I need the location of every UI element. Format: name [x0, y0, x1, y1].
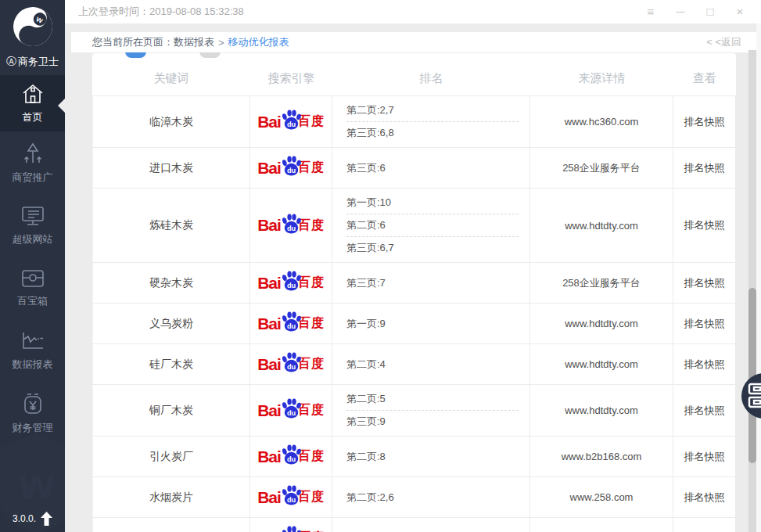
ranking-entry: 第二页:4: [346, 354, 519, 376]
keyword-cell: 水烟炭片: [92, 477, 250, 517]
window-close-icon[interactable]: ×: [725, 0, 755, 23]
table-row: 水烟炭片 Bai du 百度 第二页:2,6 www.258.com: [92, 477, 736, 518]
source-cell: www.hdtdty.com: [530, 344, 673, 384]
baidu-logo-cn-text: 百度: [298, 489, 325, 505]
brand-name: Ⓐ商务卫士: [0, 55, 65, 69]
version-label: 3.0.0.: [13, 513, 36, 524]
table-row: 进口木炭 Bai du 百度 第三页:6 258企业服务平台: [92, 148, 736, 189]
baidu-logo-bai-text: Bai: [257, 274, 281, 293]
brand-badge-icon: Ⓐ: [6, 56, 16, 67]
keyword-cell: 工业木炭: [92, 518, 250, 532]
baidu-logo: Bai du 百度: [257, 111, 325, 132]
report-card: 关键词 搜索引擎 排名 来源详情 查看 临漳木炭 Bai du: [92, 53, 736, 532]
sidebar: w Ⓐ商务卫士 首页 商贸推广: [0, 0, 65, 532]
sidebar-item-data-reports[interactable]: 数据报表: [0, 319, 65, 382]
window-edge: [756, 23, 761, 532]
column-header-engine: 搜索引擎: [250, 71, 332, 86]
view-cell: 排名快照: [673, 477, 736, 517]
baidu-logo: Bai du 百度: [257, 400, 325, 421]
svg-text:du: du: [287, 167, 296, 174]
breadcrumb: 您当前所在页面：数据报表 > 移动优化报表 < <返回: [71, 32, 761, 52]
ranking-cell: 第三页:7: [332, 263, 530, 303]
svg-text:du: du: [287, 455, 296, 463]
ranking-snapshot-link[interactable]: 排名快照: [684, 358, 725, 372]
baidu-logo-cn-text: 百度: [298, 160, 325, 176]
baidu-paw-icon: du: [281, 398, 302, 419]
sidebar-item-label: 超级网站: [13, 232, 53, 246]
baidu-logo-cn-text: 百度: [298, 356, 325, 372]
ranking-snapshot-link[interactable]: 排名快照: [684, 450, 725, 464]
view-cell: 排名快照: [673, 518, 736, 532]
engine-cell: Bai du 百度: [250, 96, 332, 147]
view-cell: 排名快照: [673, 437, 736, 476]
baidu-logo: Bai du 百度: [257, 527, 325, 532]
ranking-snapshot-link[interactable]: 排名快照: [684, 161, 725, 175]
engine-cell: Bai du 百度: [250, 263, 332, 303]
baidu-logo: Bai du 百度: [257, 157, 325, 178]
baidu-logo-cn-text: 百度: [298, 113, 325, 130]
engine-cell: Bai du 百度: [250, 189, 332, 262]
table-row: 硬杂木炭 Bai du 百度 第三页:7 258企业服务平台: [92, 263, 736, 304]
table-row: 炼硅木炭 Bai du 百度 第一页:10第二页:6第三页:6,7 www: [92, 189, 736, 263]
engine-cell: Bai du 百度: [250, 477, 332, 517]
source-cell: www.hc360.com: [530, 96, 673, 147]
breadcrumb-current[interactable]: 移动优化报表: [228, 35, 289, 49]
baidu-paw-icon: du: [281, 110, 302, 131]
source-cell: www.hdtdty.com: [530, 518, 673, 532]
window-menu-icon[interactable]: ≡: [636, 0, 666, 23]
breadcrumb-separator: >: [218, 37, 224, 49]
ranking-entry: 第二页:2,7: [346, 99, 519, 121]
back-link[interactable]: < <返回: [706, 35, 741, 49]
baidu-logo: Bai du 百度: [257, 215, 325, 236]
last-login-time: 上次登录时间：2019-08-08 15:32:38: [78, 5, 636, 19]
sidebar-item-trade-promotion[interactable]: 商贸推广: [0, 131, 65, 194]
source-cell: 258企业服务平台: [530, 148, 673, 188]
sidebar-item-home[interactable]: 首页: [0, 75, 65, 131]
qr-float-button[interactable]: [741, 373, 761, 419]
source-cell: www.hdtdty.com: [530, 385, 673, 436]
engine-cell: Bai du 百度: [250, 385, 332, 436]
window-minimize-icon[interactable]: ─: [666, 0, 695, 23]
source-cell: www.258.com: [530, 477, 673, 517]
baidu-logo-bai-text: Bai: [257, 355, 281, 374]
ranking-cell: 第三页:2: [332, 518, 530, 532]
table-row: 引火炭厂 Bai du 百度 第二页:8 www.b2b168.com: [92, 437, 736, 477]
table-row: 义乌炭粉 Bai du 百度 第一页:9 www.hdtdty.com: [92, 304, 736, 344]
svg-text:w: w: [18, 458, 55, 509]
baidu-logo-bai-text: Bai: [257, 488, 281, 507]
window-controls: ≡ ─ □ ×: [636, 0, 755, 23]
table-row: 临漳木炭 Bai du 百度 第二页:2,7第三页:6,8 www.hc3: [92, 96, 736, 148]
ranking-snapshot-link[interactable]: 排名快照: [684, 218, 725, 232]
baidu-logo-cn-text: 百度: [298, 275, 325, 291]
ranking-snapshot-link[interactable]: 排名快照: [684, 317, 725, 331]
update-arrow-icon[interactable]: [41, 512, 52, 526]
ranking-snapshot-link[interactable]: 排名快照: [684, 115, 725, 129]
engine-cell: Bai du 百度: [250, 344, 332, 384]
source-cell: www.hdtdty.com: [530, 189, 673, 262]
keyword-cell: 硬杂木炭: [92, 263, 250, 303]
toolbox-icon: [20, 268, 45, 289]
baidu-logo-cn-text: 百度: [298, 402, 325, 419]
baidu-logo-bai-text: Bai: [257, 315, 281, 333]
baidu-logo-cn-text: 百度: [298, 448, 325, 465]
ranking-cell: 第二页:5第三页:9: [332, 385, 530, 436]
baidu-logo: Bai du 百度: [257, 313, 325, 334]
source-cell: www.hdtdty.com: [530, 304, 673, 343]
svg-text:du: du: [287, 282, 296, 289]
ranking-snapshot-link[interactable]: 排名快照: [684, 276, 725, 290]
promotion-arrows-icon: [21, 142, 45, 165]
sidebar-item-toolbox[interactable]: 百宝箱: [0, 257, 65, 319]
ranking-snapshot-link[interactable]: 排名快照: [684, 404, 725, 418]
ranking-entry: 第三页:6,7: [346, 236, 519, 259]
window-maximize-icon[interactable]: □: [695, 0, 725, 23]
sidebar-item-super-website[interactable]: 超级网站: [0, 194, 65, 257]
ranking-snapshot-link[interactable]: 排名快照: [684, 491, 725, 505]
baidu-paw-icon: du: [281, 444, 302, 466]
ranking-entry: 第三页:6: [346, 157, 519, 179]
baidu-logo-bai-text: Bai: [257, 401, 281, 420]
baidu-logo-cn-text: 百度: [298, 217, 325, 234]
active-caret: [58, 99, 65, 113]
scrollbar-track[interactable]: [748, 50, 756, 532]
version-row: 3.0.0.: [0, 512, 65, 526]
sidebar-item-finance[interactable]: 财务管理: [0, 382, 65, 444]
